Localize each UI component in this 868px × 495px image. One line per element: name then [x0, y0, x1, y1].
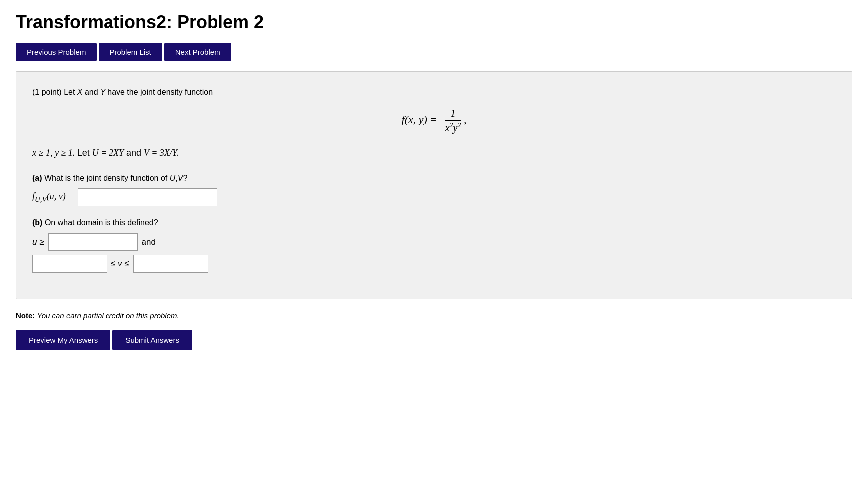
- next-problem-button[interactable]: Next Problem: [164, 43, 231, 61]
- y-variable: Y: [100, 88, 106, 96]
- bottom-buttons: Preview My Answers Submit Answers: [16, 330, 852, 350]
- nav-buttons: Previous Problem Problem List Next Probl…: [16, 43, 852, 61]
- domain-row1: u ≥ and: [32, 233, 836, 251]
- joint-density-formula: f(x, y) = 1 x2y2 ,: [32, 108, 836, 134]
- preview-answers-button[interactable]: Preview My Answers: [16, 330, 110, 350]
- u-lower-bound-input[interactable]: [48, 233, 138, 251]
- problem-box: (1 point) Let X and Y have the joint den…: [16, 71, 852, 299]
- part-a-section: (a) What is the joint density function o…: [32, 172, 836, 207]
- problem-list-button[interactable]: Problem List: [99, 43, 162, 61]
- note-section: Note: You can earn partial credit on thi…: [16, 311, 852, 320]
- previous-problem-button[interactable]: Previous Problem: [16, 43, 97, 61]
- part-b-question-text: On what domain is this defined?: [45, 218, 158, 227]
- page-title: Transformations2: Problem 2: [16, 12, 852, 33]
- v-upper-bound-input[interactable]: [133, 255, 208, 273]
- formula-denominator: x2y2: [445, 121, 461, 134]
- note-label: Note:: [16, 311, 35, 320]
- part-a-question: (a) What is the joint density function o…: [32, 172, 836, 185]
- and-text: and: [142, 237, 156, 247]
- part-a-input[interactable]: [78, 188, 217, 206]
- part-a-question-text: What is the joint density function of U,…: [44, 174, 187, 182]
- part-a-answer-row: fU,V(u, v) =: [32, 188, 836, 206]
- part-b-question: (b) On what domain is this defined?: [32, 216, 836, 229]
- submit-answers-button[interactable]: Submit Answers: [112, 330, 192, 350]
- v-lower-bound-input[interactable]: [32, 255, 107, 273]
- formula-numerator: 1: [445, 108, 461, 121]
- points-text: (1 point): [32, 88, 62, 96]
- formula-comma: ,: [464, 113, 467, 125]
- part-a-label: (a): [32, 174, 42, 182]
- x-variable: X: [77, 88, 83, 96]
- u-gte-label: u ≥: [32, 237, 44, 247]
- domain-row2: ≤ v ≤: [32, 255, 836, 273]
- problem-intro: (1 point) Let X and Y have the joint den…: [32, 86, 836, 99]
- part-b-label: (b): [32, 218, 42, 227]
- part-b-section: (b) On what domain is this defined? u ≥ …: [32, 216, 836, 273]
- part-a-func-label: fU,V(u, v) =: [32, 191, 74, 204]
- note-text: You can earn partial credit on this prob…: [37, 311, 179, 320]
- conditions-line: x ≥ 1, y ≥ 1. Let U = 2XY and V = 3X/Y.: [32, 145, 836, 161]
- v-range-label: ≤ v ≤: [111, 259, 129, 269]
